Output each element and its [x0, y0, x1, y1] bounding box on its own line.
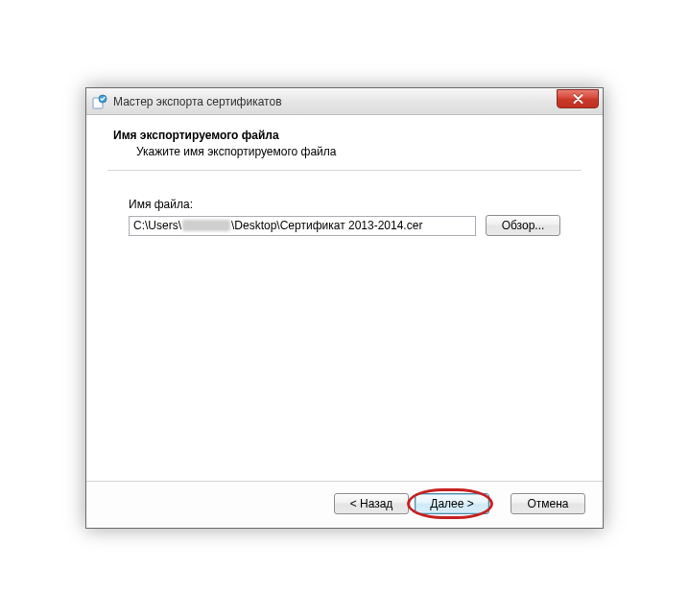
path-suffix: \Desktop\Сертификат 2013-2014.cer: [231, 217, 422, 235]
cancel-button[interactable]: Отмена: [511, 493, 585, 514]
redacted-username: [182, 220, 230, 231]
page-title: Имя экспортируемого файла: [113, 129, 576, 142]
wizard-footer: < Назад Далее > Отмена: [86, 481, 603, 528]
file-name-label: Имя файла:: [129, 198, 560, 211]
file-row: C:\Users\\Desktop\Сертификат 2013-2014.c…: [129, 215, 560, 236]
nav-button-group: < Назад Далее >: [334, 493, 489, 514]
next-button[interactable]: Далее >: [415, 493, 489, 514]
form-area: Имя файла: C:\Users\\Desktop\Сертификат …: [113, 171, 576, 236]
certificate-export-wizard-window: Мастер экспорта сертификатов Имя экспорт…: [85, 87, 604, 529]
close-icon: [573, 94, 583, 104]
file-name-input[interactable]: C:\Users\\Desktop\Сертификат 2013-2014.c…: [129, 216, 476, 236]
browse-button[interactable]: Обзор...: [486, 215, 560, 236]
page-subtitle: Укажите имя экспортируемого файла: [113, 145, 576, 158]
back-button[interactable]: < Назад: [334, 493, 409, 514]
certificate-icon: [92, 94, 107, 109]
window-title: Мастер экспорта сертификатов: [113, 95, 282, 108]
wizard-header: Имя экспортируемого файла Укажите имя эк…: [113, 129, 576, 170]
path-prefix: C:\Users\: [133, 217, 181, 235]
titlebar: Мастер экспорта сертификатов: [86, 88, 603, 115]
wizard-content: Имя экспортируемого файла Укажите имя эк…: [86, 115, 603, 481]
close-button[interactable]: [557, 89, 599, 108]
